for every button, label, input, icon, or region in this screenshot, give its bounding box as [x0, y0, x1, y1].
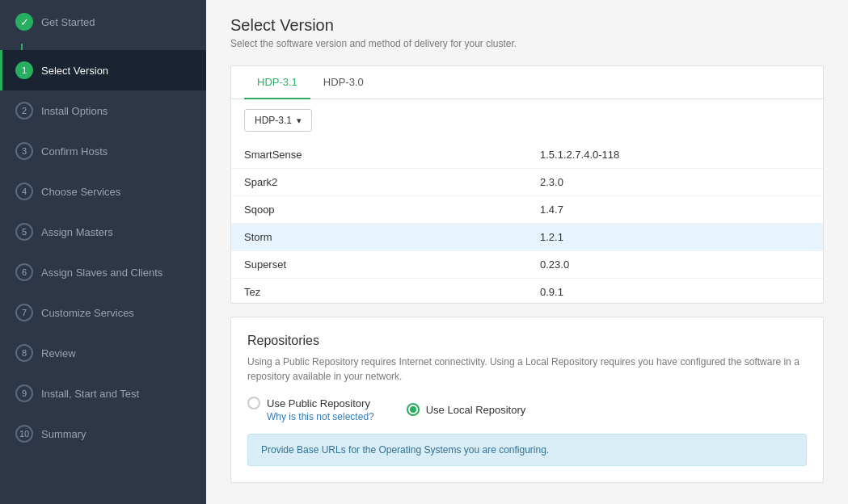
local-repo-radio[interactable]: Use Local Repository: [407, 397, 526, 422]
sidebar-item-summary[interactable]: 10Summary: [0, 414, 206, 454]
sidebar-item-install-start-test[interactable]: 9Install, Start and Test: [0, 373, 206, 414]
step-icon-install-start-test: 9: [15, 384, 33, 402]
public-repo-radio[interactable]: Use Public Repository: [247, 397, 374, 410]
sidebar-step-label-summary: Summary: [41, 428, 86, 440]
repositories-title: Repositories: [247, 334, 807, 348]
public-repo-label: Use Public Repository: [267, 397, 370, 410]
info-box: Provide Base URLs for the Operating Syst…: [247, 434, 807, 466]
sidebar-step-label-customize-services: Customize Services: [41, 307, 134, 319]
tab-hdp-31[interactable]: HDP-3.1: [244, 66, 310, 99]
step-icon-assign-slaves: 6: [15, 263, 33, 281]
step-icon-install-options: 2: [15, 102, 33, 120]
version-table-body: SmartSense1.5.1.2.7.4.0-118Spark22.3.0Sq…: [231, 141, 823, 303]
sidebar-step-label-assign-slaves: Assign Slaves and Clients: [41, 267, 162, 279]
repo-options: Use Public Repository Why is this not se…: [247, 397, 807, 422]
sidebar-item-assign-masters[interactable]: 5Assign Masters: [0, 212, 206, 252]
sidebar: ✓ Get Started 1Select Version2Install Op…: [0, 0, 206, 504]
service-version: 0.9.1: [527, 279, 823, 304]
table-row[interactable]: Superset0.23.0: [231, 251, 823, 279]
repositories-description: Using a Public Repository requires Inter…: [247, 355, 807, 384]
table-row[interactable]: Storm1.2.1: [231, 224, 823, 251]
step-icon-confirm-hosts: 3: [15, 142, 33, 160]
sidebar-step-label-assign-masters: Assign Masters: [41, 226, 113, 238]
sidebar-item-customize-services[interactable]: 7Customize Services: [0, 292, 206, 333]
page-title: Select Version: [230, 16, 824, 35]
sidebar-step-label-confirm-hosts: Confirm Hosts: [41, 145, 108, 158]
main-scrollable-content: HDP-3.1HDP-3.0 HDP-3.1 SmartSense1.5.1.2…: [206, 57, 848, 504]
service-version: 2.3.0: [527, 169, 823, 196]
tab-hdp-30[interactable]: HDP-3.0: [310, 66, 377, 99]
version-table-container[interactable]: SmartSense1.5.1.2.7.4.0-118Spark22.3.0Sq…: [231, 141, 823, 303]
service-version: 1.4.7: [527, 196, 823, 224]
service-name: Storm: [231, 224, 527, 251]
service-name: Spark2: [231, 169, 527, 196]
service-version: 0.23.0: [527, 251, 823, 279]
service-name: Superset: [231, 251, 527, 279]
local-repo-radio-circle: [407, 403, 420, 416]
main-content-area: Select Version Select the software versi…: [206, 0, 848, 504]
local-repo-label: Use Local Repository: [426, 404, 526, 416]
sidebar-item-get-started[interactable]: ✓ Get Started: [0, 0, 206, 44]
step-icon-review: 8: [15, 344, 33, 362]
service-name: Tez: [231, 279, 527, 304]
checkmark-icon: ✓: [15, 13, 33, 31]
info-box-text: Provide Base URLs for the Operating Syst…: [261, 444, 549, 456]
version-table: SmartSense1.5.1.2.7.4.0-118Spark22.3.0Sq…: [231, 141, 823, 303]
step-icon-summary: 10: [15, 425, 33, 443]
sidebar-step-label-choose-services: Choose Services: [41, 186, 120, 198]
why-not-selected-link[interactable]: Why is this not selected?: [267, 411, 374, 422]
table-row[interactable]: SmartSense1.5.1.2.7.4.0-118: [231, 141, 823, 169]
step-icon-select-version: 1: [15, 61, 33, 79]
sidebar-item-confirm-hosts[interactable]: 3Confirm Hosts: [0, 131, 206, 171]
step-icon-choose-services: 4: [15, 183, 33, 200]
service-name: Sqoop: [231, 196, 527, 224]
dropdown-row: HDP-3.1: [231, 99, 823, 141]
table-row[interactable]: Tez0.9.1: [231, 279, 823, 304]
version-tabs: HDP-3.1HDP-3.0: [231, 66, 823, 99]
sidebar-item-review[interactable]: 8Review: [0, 333, 206, 373]
connector-line: [21, 44, 23, 50]
version-dropdown[interactable]: HDP-3.1: [244, 109, 312, 132]
public-repo-option: Use Public Repository Why is this not se…: [247, 397, 374, 422]
sidebar-step-label-install-options: Install Options: [41, 105, 108, 117]
sidebar-step-label-select-version: Select Version: [41, 65, 108, 77]
page-header: Select Version Select the software versi…: [206, 0, 848, 57]
table-row[interactable]: Sqoop1.4.7: [231, 196, 823, 224]
sidebar-item-choose-services[interactable]: 4Choose Services: [0, 171, 206, 212]
service-version: 1.5.1.2.7.4.0-118: [527, 141, 823, 169]
repositories-section: Repositories Using a Public Repository r…: [230, 317, 824, 483]
step-icon-customize-services: 7: [15, 304, 33, 321]
service-version: 1.2.1: [527, 224, 823, 251]
sidebar-step-label-review: Review: [41, 347, 76, 359]
sidebar-item-assign-slaves[interactable]: 6Assign Slaves and Clients: [0, 252, 206, 292]
step-icon-assign-masters: 5: [15, 223, 33, 241]
public-repo-radio-circle: [247, 397, 260, 410]
sidebar-item-select-version[interactable]: 1Select Version: [0, 50, 206, 90]
sidebar-item-label: Get Started: [41, 16, 95, 28]
sidebar-item-install-options[interactable]: 2Install Options: [0, 90, 206, 131]
version-card: HDP-3.1HDP-3.0 HDP-3.1 SmartSense1.5.1.2…: [230, 65, 824, 304]
page-subtitle: Select the software version and method o…: [230, 38, 824, 49]
table-row[interactable]: Spark22.3.0: [231, 169, 823, 196]
sidebar-step-label-install-start-test: Install, Start and Test: [41, 388, 139, 400]
sidebar-steps-container: 1Select Version2Install Options3Confirm …: [0, 50, 206, 454]
service-name: SmartSense: [231, 141, 527, 169]
